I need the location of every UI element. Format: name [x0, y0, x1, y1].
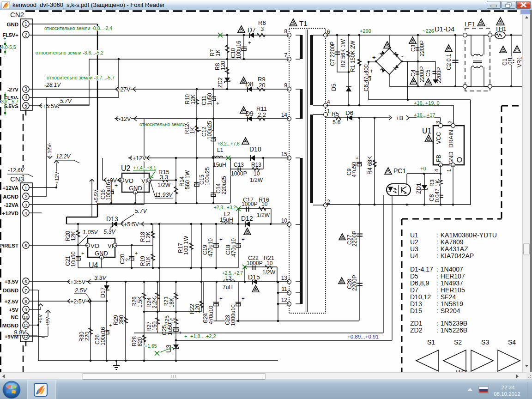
svg-text:12.2V: 12.2V	[56, 153, 71, 160]
svg-text:390: 390	[118, 315, 125, 324]
svg-text:GND: GND	[448, 151, 454, 164]
svg-text:3.3V: 3.3V	[94, 275, 107, 281]
svg-text:PC1: PC1	[393, 167, 406, 175]
svg-text:15uH: 15uH	[213, 162, 226, 168]
svg-text:+: +	[135, 250, 138, 256]
svg-text:3,7...5,7: 3,7...5,7	[1, 99, 18, 104]
svg-text:D15: D15	[248, 273, 260, 281]
svg-text:D15: D15	[410, 307, 422, 314]
svg-text:S3: S3	[481, 339, 489, 346]
svg-text:6: 6	[24, 279, 27, 284]
svg-text:2200P: 2200P	[419, 66, 425, 82]
svg-text:+9V: +9V	[45, 316, 50, 326]
svg-text:U3: U3	[410, 245, 418, 253]
svg-text:+: +	[179, 330, 181, 335]
svg-text:15uH: 15uH	[220, 217, 233, 223]
svg-text:10: 10	[24, 314, 29, 320]
svg-text:D13: D13	[410, 300, 422, 308]
svg-text:+: +	[248, 40, 251, 46]
svg-text:220u25: 220u25	[221, 176, 227, 194]
svg-text:+16...+17: +16...+17	[414, 112, 435, 118]
svg-text:14: 14	[281, 112, 288, 118]
svg-text:U2: U2	[410, 238, 418, 246]
svg-text:: HER105: : HER105	[437, 286, 465, 294]
svg-text:5: 5	[24, 243, 27, 248]
svg-text:1K: 1K	[435, 180, 441, 187]
svg-text:L3: L3	[225, 275, 232, 281]
svg-text:9.0V: 9.0V	[14, 329, 26, 336]
svg-text:U1: U1	[422, 127, 432, 135]
svg-text:1.2K: 1.2K	[145, 231, 151, 243]
svg-text:GND: GND	[6, 22, 18, 27]
svg-text:3: 3	[24, 87, 27, 92]
svg-text:+5V: +5V	[9, 307, 18, 313]
svg-text:7: 7	[24, 288, 27, 293]
svg-text:560 1W: 560 1W	[184, 170, 191, 189]
svg-text:ZD1: ZD1	[410, 320, 423, 327]
svg-text:P/REST: P/REST	[0, 243, 18, 248]
svg-text:+3.5V: +3.5V	[70, 279, 86, 285]
svg-text:11: 11	[282, 286, 288, 292]
svg-text:1/2W: 1/2W	[157, 182, 171, 188]
svg-text:4.0-5,5: 4.0-5,5	[1, 44, 16, 50]
svg-text:+0: +0	[420, 166, 426, 171]
svg-text:CN2: CN2	[10, 11, 24, 18]
svg-text:9: 9	[24, 307, 27, 312]
svg-text:+5.5V: +5.5V	[93, 189, 99, 203]
svg-text:+12VA: +12VA	[2, 185, 18, 191]
svg-text:+: +	[219, 296, 222, 301]
svg-text:D1-D4: D1-D4	[435, 25, 454, 33]
svg-text:ZD1: ZD1	[416, 183, 422, 194]
svg-text:100u16: 100u16	[236, 41, 242, 59]
svg-text:4: 4	[24, 95, 27, 100]
svg-text:15: 15	[281, 151, 288, 157]
svg-text:относительно земли 0: относительно земли 0	[139, 121, 189, 127]
svg-text:D6,8,9: D6,8,9	[410, 279, 429, 287]
svg-text:D13: D13	[106, 215, 118, 223]
svg-text:+: +	[372, 54, 376, 61]
svg-text:5.3V: 5.3V	[103, 229, 116, 235]
svg-text:VCC: VCC	[435, 132, 442, 144]
svg-text:: 1N5226B: : 1N5226B	[437, 326, 467, 334]
svg-text:+: +	[356, 155, 358, 161]
svg-text:-12V: -12V	[119, 116, 131, 122]
svg-text:1000u10: 1000u10	[230, 304, 236, 326]
svg-text:12K: 12K	[190, 95, 196, 104]
svg-text:10: 10	[281, 218, 288, 224]
svg-text:ZD2: ZD2	[217, 77, 224, 88]
svg-text:51K: 51K	[145, 256, 151, 266]
svg-text:+12V: +12V	[133, 155, 146, 162]
svg-text:R2 56K 1W: R2 56K 1W	[340, 39, 346, 67]
svg-text:1000P: 1000P	[247, 260, 263, 266]
svg-text:: KA1M0380R-YDTU: : KA1M0380R-YDTU	[437, 231, 497, 239]
svg-text:VR1: VR1	[516, 56, 523, 67]
svg-text:820: 820	[137, 337, 143, 346]
svg-text:: KA431AZ: : KA431AZ	[437, 245, 468, 253]
svg-text:8: 8	[24, 299, 27, 304]
svg-text:: 1N5819: : 1N5819	[437, 300, 463, 308]
svg-text:4: 4	[434, 169, 439, 172]
svg-text:1K: 1K	[189, 127, 196, 134]
svg-text:08.10.2012: 08.10.2012	[494, 391, 520, 397]
svg-text:+: +	[216, 100, 219, 107]
svg-text:+12VD: +12VD	[2, 211, 18, 216]
svg-text:+3.5V: +3.5V	[5, 279, 19, 284]
svg-text:2200P: 2200P	[419, 40, 425, 56]
svg-text:10: 10	[261, 201, 268, 207]
svg-text:: 1N4937: : 1N4937	[437, 279, 463, 287]
svg-text:C13: C13	[234, 162, 244, 168]
svg-text:5: 5	[24, 103, 27, 109]
svg-text:D12: D12	[241, 215, 253, 222]
svg-text:100 1W: 100 1W	[183, 236, 189, 255]
svg-text:AGND: AGND	[3, 194, 18, 200]
svg-text:11: 11	[24, 323, 28, 328]
svg-text:7: 7	[284, 52, 287, 59]
svg-text:S2: S2	[454, 339, 462, 346]
svg-text:+7,4...+8,1: +7,4...+8,1	[133, 165, 156, 170]
svg-text:2200P: 2200P	[351, 230, 358, 247]
svg-text:150: 150	[151, 321, 158, 331]
svg-text:-12V: -12V	[47, 144, 52, 155]
svg-text:1.05V: 1.05V	[83, 229, 98, 236]
svg-text:1u50: 1u50	[206, 93, 213, 105]
svg-text:относительно земли -3,7...-5,7: относительно земли -3,7...-5,7	[47, 75, 115, 80]
